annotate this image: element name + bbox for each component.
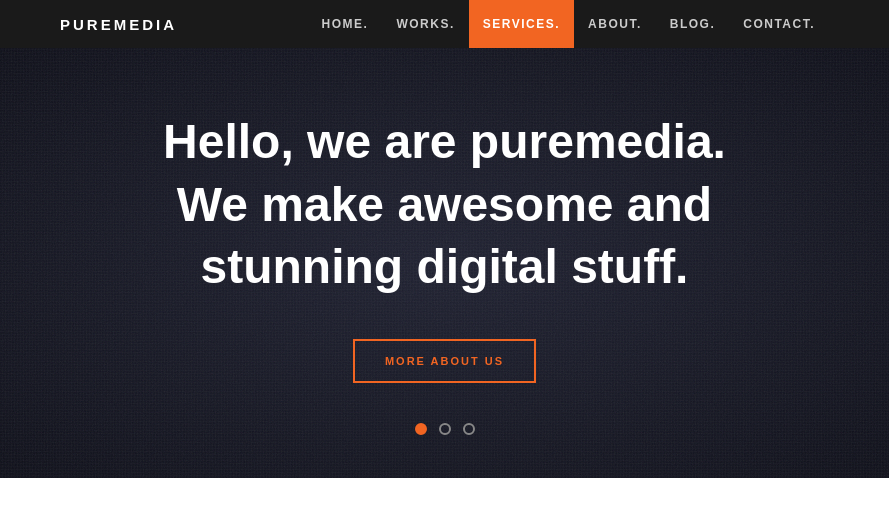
nav-link-home[interactable]: HOME.	[308, 0, 383, 48]
nav-link-contact[interactable]: CONTACT.	[729, 0, 829, 48]
nav-menu: HOME. WORKS. SERVICES. ABOUT. BLOG. CONT…	[308, 0, 829, 48]
dot-2[interactable]	[439, 423, 451, 435]
nav-item-contact[interactable]: CONTACT.	[729, 0, 829, 48]
below-hero-section: OUR LATEST WORKS	[0, 478, 889, 508]
hero-title-line3: stunning digital stuff.	[201, 240, 689, 293]
hero-title: Hello, we are puremedia. We make awesome…	[163, 111, 726, 298]
brand-logo[interactable]: PUREMEDIA	[60, 16, 177, 33]
nav-link-about[interactable]: ABOUT.	[574, 0, 656, 48]
navbar: PUREMEDIA HOME. WORKS. SERVICES. ABOUT. …	[0, 0, 889, 48]
more-about-us-button[interactable]: MORE ABOUT US	[353, 339, 536, 383]
nav-link-blog[interactable]: BLOG.	[656, 0, 730, 48]
dot-3[interactable]	[463, 423, 475, 435]
nav-item-blog[interactable]: BLOG.	[656, 0, 730, 48]
nav-link-services[interactable]: SERVICES.	[469, 0, 574, 48]
nav-item-works[interactable]: WORKS.	[382, 0, 468, 48]
nav-link-works[interactable]: WORKS.	[382, 0, 468, 48]
nav-item-about[interactable]: ABOUT.	[574, 0, 656, 48]
nav-item-services[interactable]: SERVICES.	[469, 0, 574, 48]
hero-title-line1: Hello, we are puremedia.	[163, 115, 726, 168]
nav-item-home[interactable]: HOME.	[308, 0, 383, 48]
hero-content: Hello, we are puremedia. We make awesome…	[163, 111, 726, 434]
hero-title-line2: We make awesome and	[177, 178, 712, 231]
slideshow-dots	[163, 423, 726, 435]
dot-1[interactable]	[415, 423, 427, 435]
hero-section: Hello, we are puremedia. We make awesome…	[0, 48, 889, 478]
